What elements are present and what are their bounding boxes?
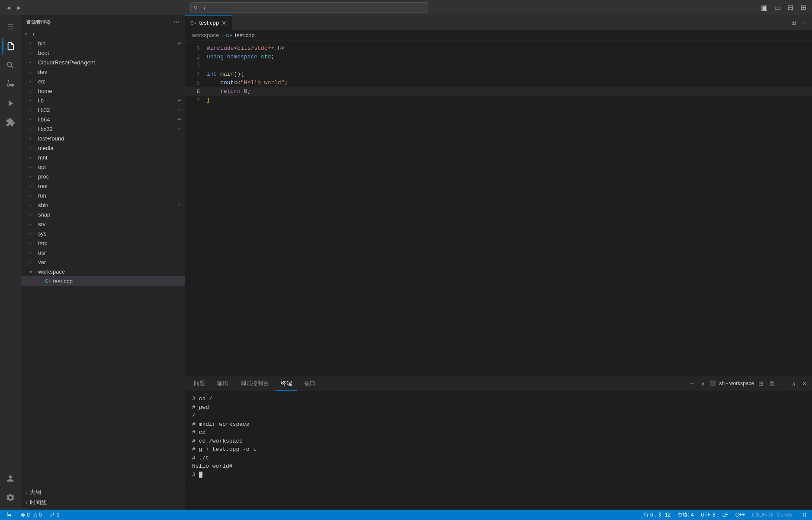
toggle-panel-icon[interactable]: ▭ bbox=[773, 3, 783, 13]
tree-item-workspace[interactable]: ∨ workspace bbox=[21, 267, 185, 276]
panel-tab-terminal[interactable]: 终端 bbox=[276, 376, 297, 391]
tree-item-lib64[interactable]: › lib64 ↩ bbox=[21, 115, 185, 124]
panel-tab-ports[interactable]: 端口 bbox=[299, 376, 321, 391]
tab-cpp-icon: C+ bbox=[190, 20, 196, 26]
tree-item-cloudr[interactable]: › CloudrResetPwdAgent bbox=[21, 57, 185, 67]
feedback-button[interactable]: It bbox=[800, 512, 809, 518]
tree-item-tmp[interactable]: › tmp bbox=[21, 238, 185, 248]
toggle-layout-icon[interactable]: ⊟ bbox=[786, 3, 795, 13]
tab-close-button[interactable]: ✕ bbox=[221, 20, 227, 26]
tree-item-snap[interactable]: › snap bbox=[21, 210, 185, 219]
panel-tabs: 问题 输出 调试控制台 终端 端口 ＋ bbox=[185, 376, 812, 391]
terminal-line-10: # bbox=[192, 471, 805, 479]
toggle-sidebar-icon[interactable]: ▣ bbox=[759, 3, 769, 13]
cursor-position-status[interactable]: 行 6，列 12 bbox=[641, 511, 674, 519]
terminal-line-9: Hello world# bbox=[192, 462, 805, 471]
code-line-6: 6 return 0; bbox=[185, 87, 812, 96]
tab-name: test.cpp bbox=[199, 19, 219, 26]
terminal-cursor bbox=[199, 472, 202, 478]
settings-icon[interactable] bbox=[2, 489, 19, 506]
tree-item-libx32[interactable]: › libx32 ↩ bbox=[21, 124, 185, 134]
sidebar-title: 资源管理器 bbox=[26, 19, 51, 26]
error-count: 0 bbox=[27, 512, 30, 518]
editor-tabs-right: ⊞ ··· bbox=[790, 18, 812, 27]
breadcrumb-file[interactable]: test.cpp bbox=[235, 32, 255, 38]
toggle-split-icon[interactable]: ⊞ bbox=[799, 3, 808, 13]
statusbar: ⊗ 0 △ 0 ⇄ 0 行 6，列 12 空格: 4 UTF-8 LF C++ … bbox=[0, 510, 812, 520]
kill-terminal-button[interactable]: 🗑 bbox=[767, 380, 777, 388]
hamburger-menu-icon[interactable]: ☰ bbox=[2, 19, 19, 36]
editor-tabs: C+ test.cpp ✕ ⊞ ··· bbox=[185, 15, 812, 30]
panel-close-button[interactable]: ✕ bbox=[800, 380, 809, 388]
tree-root-item[interactable]: ∨ / bbox=[21, 29, 185, 38]
terminal-content[interactable]: # cd / # pwd / # mkdir workspace # cd # … bbox=[185, 391, 812, 510]
tree-item-lib[interactable]: › lib ↩ bbox=[21, 96, 185, 105]
tree-item-srv[interactable]: › srv bbox=[21, 219, 185, 229]
eol-status[interactable]: LF bbox=[720, 512, 731, 518]
timeline-label: 时间线 bbox=[30, 499, 47, 507]
tree-item-bin[interactable]: › bin ↩ bbox=[21, 38, 185, 48]
tree-item-media[interactable]: › media bbox=[21, 143, 185, 153]
language-status[interactable]: C++ bbox=[733, 512, 748, 518]
terminal-line-5: # cd bbox=[192, 428, 805, 437]
tree-item-etc[interactable]: › etc bbox=[21, 77, 185, 86]
tree-item-opt[interactable]: › opt bbox=[21, 162, 185, 172]
errors-status[interactable]: ⊗ 0 △ 0 bbox=[18, 512, 44, 518]
run-debug-icon[interactable] bbox=[2, 95, 19, 112]
tree-item-lostfound[interactable]: › lost+found bbox=[21, 134, 185, 143]
timeline-section[interactable]: › 时间线 bbox=[21, 498, 185, 508]
search-input[interactable] bbox=[190, 2, 428, 13]
search-sidebar-icon[interactable] bbox=[2, 57, 19, 74]
tree-item-dev[interactable]: › dev bbox=[21, 67, 185, 77]
code-line-1: 1 #include<bits/stdc++.h> bbox=[185, 44, 812, 53]
encoding-status[interactable]: UTF-8 bbox=[698, 512, 718, 518]
sync-status[interactable]: ⇄ 0 bbox=[48, 512, 62, 518]
code-editor[interactable]: 1 #include<bits/stdc++.h> 2 using namesp… bbox=[185, 41, 812, 376]
search-icon: ⚲ bbox=[194, 4, 198, 11]
back-button[interactable]: ◂ bbox=[4, 3, 13, 13]
tree-item-run[interactable]: › run bbox=[21, 191, 185, 200]
panel-tab-output[interactable]: 输出 bbox=[212, 376, 234, 391]
feedback-label: It bbox=[803, 512, 806, 518]
new-terminal-button[interactable]: ＋ bbox=[687, 379, 696, 388]
titlebar: ◂ ▸ ⚲ ▣ ▭ ⊟ ⊞ bbox=[0, 0, 812, 15]
terminal-dropdown-button[interactable]: ∨ bbox=[699, 380, 707, 388]
source-control-status[interactable] bbox=[3, 512, 15, 518]
tree-item-home[interactable]: › home bbox=[21, 86, 185, 96]
panel-maximize-button[interactable]: ∧ bbox=[790, 380, 798, 388]
tree-item-testcpp[interactable]: C+ test.cpp bbox=[21, 276, 185, 286]
more-options-icon[interactable]: ··· bbox=[174, 19, 180, 26]
code-line-4: 4 int main(){ bbox=[185, 70, 812, 79]
split-editor-button[interactable]: ⊞ bbox=[790, 18, 798, 27]
more-editor-button[interactable]: ··· bbox=[800, 18, 809, 27]
split-terminal-button[interactable]: ⊟ bbox=[757, 380, 765, 388]
tab-testcpp[interactable]: C+ test.cpp ✕ bbox=[185, 15, 232, 30]
outline-section[interactable]: › 大纲 bbox=[21, 487, 185, 498]
cpp-file-icon: C+ bbox=[45, 278, 51, 284]
explorer-icon[interactable] bbox=[2, 38, 19, 55]
tree-item-sbin[interactable]: › sbin ↩ bbox=[21, 200, 185, 210]
terminal-line-8: # ./t bbox=[192, 454, 805, 463]
sync-count: 0 bbox=[56, 512, 59, 518]
panel-tab-debug[interactable]: 调试控制台 bbox=[235, 376, 274, 391]
source-control-icon[interactable] bbox=[2, 76, 19, 93]
tree-item-sys[interactable]: › sys bbox=[21, 229, 185, 238]
account-icon[interactable] bbox=[2, 470, 19, 487]
tree-item-boot[interactable]: › boot bbox=[21, 48, 185, 57]
tree-item-mnt[interactable]: › mnt bbox=[21, 153, 185, 162]
tree-item-usr[interactable]: › usr bbox=[21, 248, 185, 257]
tree-item-var[interactable]: › var bbox=[21, 257, 185, 267]
main-container: ☰ 资源管理器 ··· bbox=[0, 15, 812, 510]
forward-button[interactable]: ▸ bbox=[15, 3, 23, 13]
more-terminal-button[interactable]: ··· bbox=[779, 380, 787, 388]
terminal-shell-icon: ⬛ bbox=[709, 380, 716, 386]
eol-label: LF bbox=[722, 512, 729, 518]
indentation-status[interactable]: 空格: 4 bbox=[675, 511, 696, 519]
extensions-icon[interactable] bbox=[2, 114, 19, 131]
tree-item-lib32[interactable]: › lib32 ↩ bbox=[21, 105, 185, 115]
breadcrumb-workspace[interactable]: workspace bbox=[192, 32, 219, 38]
sync-icon: ⇄ bbox=[50, 512, 55, 518]
tree-item-root[interactable]: › root bbox=[21, 181, 185, 191]
panel-tab-problems[interactable]: 问题 bbox=[189, 376, 210, 391]
tree-item-proc[interactable]: › proc bbox=[21, 172, 185, 181]
